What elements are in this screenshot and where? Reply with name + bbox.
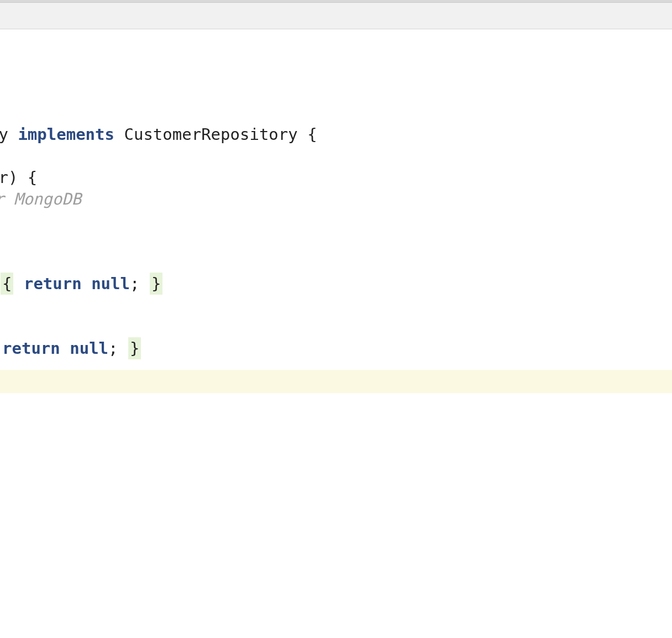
brace-close-highlight: } (128, 337, 141, 359)
code-line[interactable]: return null ; } (2, 337, 141, 359)
brace-open-highlight: { (1, 273, 13, 295)
editor-toolbar (0, 3, 672, 29)
code-line[interactable]: ry implements CustomerRepository { (0, 123, 317, 145)
code-token: ry (0, 123, 18, 145)
punct-semicolon: ; (108, 337, 128, 359)
keyword-implements: implements (18, 123, 114, 145)
punct-semicolon: ; (130, 273, 149, 295)
code-line[interactable]: r MongoDB (0, 188, 81, 210)
comment-token: r MongoDB (0, 188, 81, 210)
code-editor[interactable]: ry implements CustomerRepository { er) {… (0, 29, 672, 638)
code-line[interactable]: er) { (0, 166, 37, 189)
code-token: CustomerRepository { (114, 123, 317, 145)
modified-line-highlight[interactable] (0, 370, 672, 393)
code-line[interactable]: { return null ; } (0, 273, 163, 295)
keyword-return: return null (14, 273, 130, 295)
code-token: er) { (0, 166, 37, 189)
keyword-return: return null (2, 337, 108, 359)
brace-close-highlight: } (150, 273, 162, 295)
